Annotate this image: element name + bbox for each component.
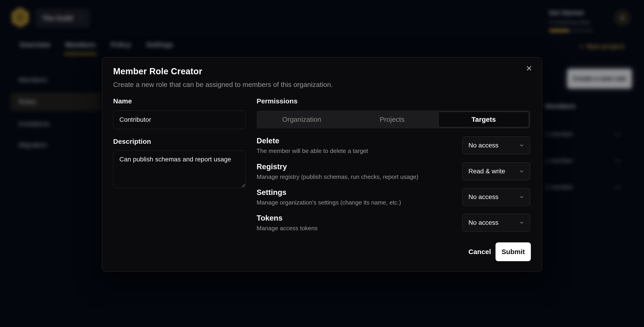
tab-targets[interactable]: Targets bbox=[438, 112, 529, 127]
permission-row-tokens: Tokens Manage access tokens No access bbox=[256, 214, 530, 237]
tab-organization[interactable]: Organization bbox=[256, 110, 347, 128]
page: The Guild Get Started 4 remaining tasks … bbox=[0, 0, 644, 327]
chevron-down-icon bbox=[519, 220, 524, 225]
description-label: Description bbox=[113, 138, 151, 145]
name-label: Name bbox=[113, 97, 132, 105]
chevron-down-icon bbox=[519, 143, 524, 148]
registry-access-select[interactable]: Read & write bbox=[462, 162, 530, 180]
submit-button[interactable]: Submit bbox=[496, 242, 531, 261]
name-input[interactable] bbox=[113, 110, 246, 129]
chevron-down-icon bbox=[519, 194, 524, 200]
delete-access-select[interactable]: No access bbox=[462, 136, 530, 154]
permissions-tablist: Organization Projects Targets bbox=[256, 110, 530, 128]
permission-row-delete: Delete The member will be able to delete… bbox=[256, 136, 530, 159]
cancel-button[interactable]: Cancel bbox=[464, 242, 495, 261]
dialog-title: Member Role Creator bbox=[113, 66, 202, 76]
tab-projects[interactable]: Projects bbox=[347, 110, 437, 128]
tokens-access-select[interactable]: No access bbox=[462, 214, 530, 232]
description-textarea[interactable]: Can publish schemas and report usage bbox=[113, 150, 246, 188]
permissions-label: Permissions bbox=[256, 97, 298, 105]
close-icon[interactable]: ✕ bbox=[524, 63, 534, 73]
permission-row-settings: Settings Manage organization's settings … bbox=[256, 188, 530, 211]
permission-row-registry: Registry Manage registry (publish schema… bbox=[256, 162, 530, 185]
settings-access-select[interactable]: No access bbox=[462, 188, 530, 206]
chevron-down-icon bbox=[519, 169, 524, 174]
member-role-creator-dialog: ✕ Member Role Creator Create a new role … bbox=[102, 57, 542, 272]
dialog-subtitle: Create a new role that can be assigned t… bbox=[113, 81, 333, 88]
